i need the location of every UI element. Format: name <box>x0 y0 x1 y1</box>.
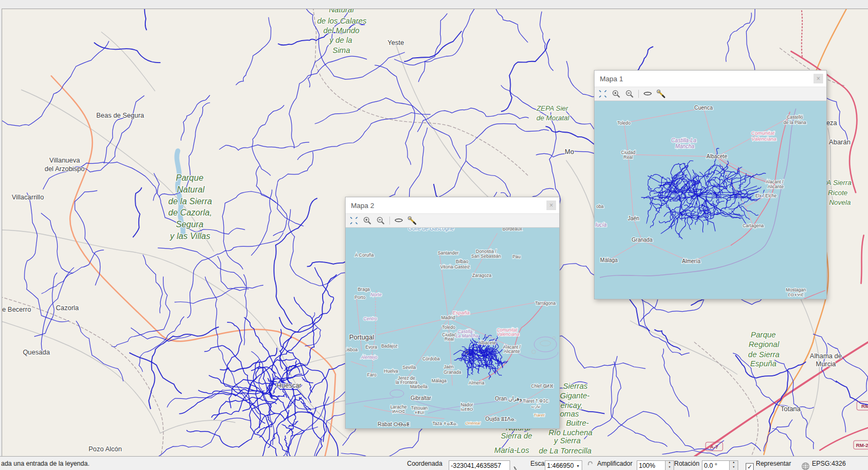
zoom-in-icon[interactable] <box>363 216 372 225</box>
svg-text:Málaga: Málaga <box>600 257 618 263</box>
panel-title: Mapa 2 <box>351 202 374 210</box>
svg-text:de Cazorla,: de Cazorla, <box>168 208 212 217</box>
svg-text:Sevilla: Sevilla <box>402 365 416 370</box>
close-icon[interactable]: × <box>546 201 556 210</box>
panel-title-bar[interactable]: Mapa 2 × <box>346 197 559 213</box>
svg-text:ⵍⵄⵔⵛ: ⵍⵄⵔⵛ <box>392 409 405 414</box>
zoom-in-icon[interactable] <box>612 89 621 98</box>
svg-text:Natural: Natural <box>177 185 205 194</box>
toolbar-separator <box>638 90 639 98</box>
svg-text:Tiaret †.Φ‡C: Tiaret †.Φ‡C <box>523 398 549 404</box>
close-icon[interactable]: × <box>814 74 823 83</box>
svg-text:RM: RM <box>862 403 868 409</box>
svg-text:Huéscar: Huéscar <box>277 382 302 389</box>
view-settings-eye-icon[interactable] <box>394 216 403 225</box>
svg-text:María-Los: María-Los <box>494 446 529 454</box>
toolbar-remnant-strip <box>0 0 868 9</box>
svg-text:Cazorla: Cazorla <box>56 304 79 312</box>
svg-text:Córdoba: Córdoba <box>423 356 440 361</box>
svg-text:y Sierra: y Sierra <box>553 436 581 445</box>
settings-wrench-icon[interactable] <box>408 216 417 225</box>
magnifier-spin-buttons[interactable]: ▲▼ <box>666 460 674 470</box>
rotation-spin-buttons[interactable]: ▲▼ <box>730 460 738 470</box>
panel-title: Mapa 1 <box>600 75 623 83</box>
status-message: ada una entrada de la leyenda. <box>1 457 89 470</box>
svg-text:Badajoz: Badajoz <box>381 343 398 349</box>
zoom-out-icon[interactable] <box>625 89 634 98</box>
svg-text:Chlef ⵛⵍⴼ: Chlef ⵛⵍⴼ <box>531 383 553 389</box>
svg-text:Castilla-La: Castilla-La <box>671 137 697 143</box>
svg-text:Murcia: Murcia <box>816 360 836 368</box>
mouse-position-icon[interactable] <box>513 458 523 470</box>
svg-text:Comunitat: Comunitat <box>751 130 775 136</box>
svg-text:de la Plana: de la Plana <box>784 120 807 125</box>
lock-scale-icon[interactable] <box>587 459 594 470</box>
zoom-full-icon[interactable] <box>349 216 358 225</box>
svg-text:Taza ⵜⴰⵣⴰ.: Taza ⵜⴰⵣⴰ. <box>433 421 458 426</box>
svg-text:de La Torrecilla: de La Torrecilla <box>539 446 592 455</box>
mapa1-map-view[interactable]: CuencaToledoCastellóde la PlanaComunitat… <box>595 101 826 299</box>
view-settings-eye-icon[interactable] <box>643 89 652 98</box>
svg-text:de la Sierra: de la Sierra <box>168 197 212 206</box>
svg-text:Zaragoza: Zaragoza <box>472 273 491 278</box>
svg-text:Bilbao: Bilbao <box>456 259 468 264</box>
svg-text:Madrid: Madrid <box>441 315 455 320</box>
settings-wrench-icon[interactable] <box>656 89 666 98</box>
svg-text:Mostagan: Mostagan <box>786 287 806 292</box>
svg-text:Alhama de: Alhama de <box>810 352 842 360</box>
svg-text:Lisboa: Lisboa <box>346 347 358 352</box>
svg-text:Granada: Granada <box>443 369 461 375</box>
crs-status-button[interactable]: EPSG:4326 <box>812 457 846 470</box>
svg-text:Braga: Braga <box>358 287 370 292</box>
svg-text:RM-2: RM-2 <box>856 442 868 448</box>
svg-text:Albacete: Albacete <box>707 153 728 159</box>
svg-text:Alicante: Alicante <box>768 184 784 189</box>
svg-text:Marbella: Marbella <box>410 384 428 389</box>
svg-text:Alicante: Alicante <box>504 349 520 354</box>
svg-text:Évora: Évora <box>365 344 377 350</box>
svg-text:y de la: y de la <box>329 36 353 44</box>
svg-text:Almería: Almería <box>682 258 701 264</box>
svg-text:Real: Real <box>444 336 454 342</box>
svg-text:ⵜⵟⵡⵏ: ⵜⵟⵡⵏ <box>415 410 424 415</box>
svg-text:A Coruña: A Coruña <box>355 252 374 258</box>
svg-text:eza: eza <box>826 119 837 127</box>
svg-text:Toledo: Toledo <box>617 120 630 126</box>
messages-icon[interactable] <box>855 459 866 470</box>
svg-text:Santander: Santander <box>437 250 458 256</box>
mapa2-map-view[interactable]: Golfe de GascogneBordeauxA CoruñaSantand… <box>346 228 559 428</box>
panel-toolbar <box>346 213 559 228</box>
svg-text:Oriental: Oriental <box>465 421 480 426</box>
rotation-input[interactable]: 0.0 ° <box>702 460 730 470</box>
svg-text:Alentejo: Alentejo <box>361 355 378 360</box>
svg-text:Sierra de: Sierra de <box>501 432 533 440</box>
svg-text:Quesada: Quesada <box>23 349 50 356</box>
zoom-out-icon[interactable] <box>376 216 385 225</box>
svg-text:Villacarrillo: Villacarrillo <box>12 194 44 201</box>
globe-icon <box>801 459 810 470</box>
svg-text:ⵎⵙⵜⵖⵏⵎ: ⵎⵙⵜⵖⵏⵎ <box>788 292 804 297</box>
coordinate-input[interactable]: -323041,4635857 <box>449 460 510 470</box>
qgis-window: A-7RM-2RM Naturalde los Calaresdel Mundo… <box>0 0 868 470</box>
svg-text:Buitre-: Buitre- <box>566 419 589 427</box>
svg-text:Vitoria-Gasteiz: Vitoria-Gasteiz <box>440 264 470 269</box>
svg-text:Villanueva: Villanueva <box>49 157 80 164</box>
svg-text:Oujda ⵓⵊⴷⴰ.: Oujda ⵓⵊⴷⴰ. <box>486 416 516 422</box>
zoom-full-icon[interactable] <box>598 89 607 98</box>
svg-text:del Arzobispo: del Arzobispo <box>44 165 84 173</box>
svg-text:Pau: Pau <box>512 254 520 259</box>
magnifier-input[interactable]: 100% <box>637 460 666 470</box>
svg-text:Sima: Sima <box>332 46 350 55</box>
svg-text:a Novela: a Novela <box>823 198 850 206</box>
svg-text:San Sebastián: San Sebastián <box>471 253 501 259</box>
render-checkbox[interactable]: ✓ <box>746 463 754 470</box>
svg-text:y las Villas: y las Villas <box>169 232 210 241</box>
chevron-down-icon: ▾ <box>577 464 579 468</box>
scale-combobox[interactable]: 1:466950▾ <box>545 460 582 470</box>
map-view-panel-mapa2: Mapa 2 × <box>345 197 560 429</box>
svg-text:e Becerro: e Becerro <box>2 306 31 313</box>
svg-text:تيارت: تيارت <box>531 404 540 409</box>
svg-text:Elx / Elche: Elx / Elche <box>755 193 777 198</box>
svg-text:omas: omas <box>560 410 578 418</box>
panel-title-bar[interactable]: Mapa 1 × <box>595 71 826 87</box>
